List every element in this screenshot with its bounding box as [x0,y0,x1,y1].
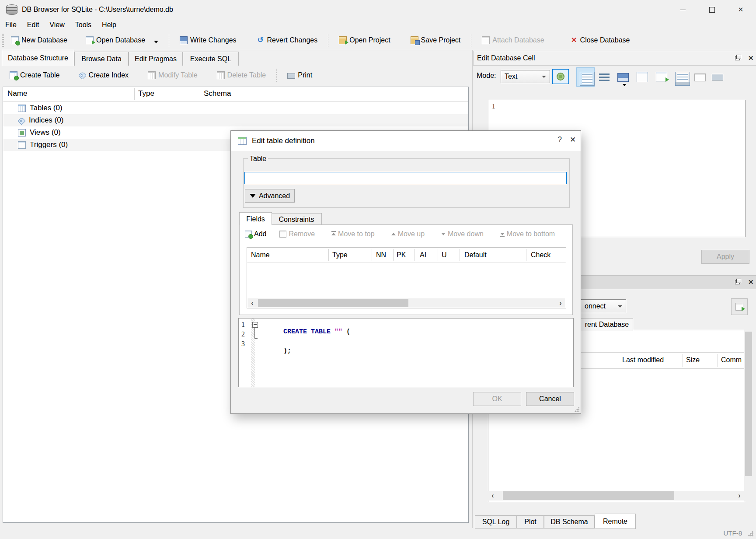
attach-database-button[interactable]: Attach Database [477,34,548,47]
menu-tools[interactable]: Tools [70,20,97,30]
dialog-help-button[interactable]: ? [554,135,566,147]
remote-column-commit[interactable]: Comm [721,356,742,364]
tab-browse-data[interactable]: Browse Data [74,52,129,66]
col-name[interactable]: Name [251,248,270,262]
float-panel-icon[interactable] [735,56,740,60]
column-divider[interactable] [328,249,329,261]
write-changes-button[interactable]: Write Changes [175,34,241,47]
column-divider[interactable] [618,354,618,367]
col-type[interactable]: Type [332,248,348,262]
import-dropdown-icon[interactable] [623,84,626,86]
create-index-button[interactable]: Create Index [74,69,133,82]
print-button[interactable]: Print [283,69,317,82]
column-divider[interactable] [393,249,394,261]
close-panel-icon[interactable]: ✕ [748,54,754,62]
column-divider[interactable] [526,249,526,261]
open-project-button[interactable]: Open Project [334,34,394,47]
window-resize-grip[interactable] [748,531,753,536]
close-database-button[interactable]: ✕ Close Database [566,34,634,47]
scrollbar-thumb[interactable] [258,299,408,307]
move-down-button[interactable]: Move down [438,228,487,240]
tree-column-name[interactable]: Name [7,89,27,98]
column-divider[interactable] [134,88,135,100]
column-divider[interactable] [438,249,438,261]
close-button[interactable]: ✕ [728,0,753,19]
tab-sql-log[interactable]: SQL Log [475,515,517,528]
open-database-button[interactable]: Open Database [81,34,163,47]
remote-connect-select[interactable]: onnect [581,299,626,313]
minimize-button[interactable] [671,0,695,19]
tab-plot[interactable]: Plot [517,515,544,528]
cell-settings-button[interactable] [552,69,569,84]
dialog-tab-fields[interactable]: Fields [239,212,272,225]
float-panel-icon[interactable] [735,280,740,284]
table-name-input[interactable] [244,172,567,184]
word-wrap-icon[interactable] [599,72,610,82]
tab-remote[interactable]: Remote [595,514,636,529]
add-field-button[interactable]: Add [241,228,270,240]
open-in-app-icon[interactable] [656,72,667,81]
col-ai[interactable]: AI [420,248,426,262]
tab-execute-sql[interactable]: Execute SQL [183,52,239,66]
scrollbar-thumb[interactable] [745,332,752,476]
dialog-resize-grip[interactable] [575,407,579,412]
scroll-left-icon[interactable]: ‹ [488,492,498,500]
scroll-right-icon[interactable]: › [735,492,744,500]
code-fold-icon[interactable] [252,322,258,328]
remote-column-size[interactable]: Size [686,356,700,364]
column-divider[interactable] [718,354,718,367]
cancel-button[interactable]: Cancel [526,392,574,406]
col-check[interactable]: Check [531,248,550,262]
tree-column-type[interactable]: Type [138,89,154,98]
push-database-button[interactable] [731,298,748,315]
modify-table-button[interactable]: Modify Table [143,69,202,82]
column-divider[interactable] [372,249,372,261]
text-document-icon[interactable] [580,72,595,86]
maximize-button[interactable] [700,0,724,19]
move-to-bottom-button[interactable]: Move to bottom [497,228,558,240]
menu-edit[interactable]: Edit [22,20,45,30]
column-divider[interactable] [415,249,415,261]
remote-vertical-scrollbar[interactable] [744,330,753,501]
print-cell-icon[interactable] [712,74,723,80]
remove-field-button[interactable]: Remove [276,228,318,240]
save-project-button[interactable]: Save Project [406,34,465,47]
new-database-button[interactable]: New Database [7,34,72,47]
ok-button[interactable]: OK [473,392,521,406]
column-divider[interactable] [460,249,460,261]
link-cell-icon[interactable] [675,72,690,86]
import-data-icon[interactable] [617,73,629,82]
tree-row-tables[interactable]: Tables (0) [3,102,468,114]
remote-horizontal-scrollbar[interactable]: ‹ › [488,491,744,500]
scroll-right-icon[interactable]: › [556,299,565,307]
col-default[interactable]: Default [464,248,487,262]
column-divider[interactable] [683,354,683,367]
toolbar-drag-handle[interactable] [2,34,4,47]
export-data-icon[interactable] [637,72,648,82]
delete-table-button[interactable]: Delete Table [213,69,271,82]
null-cell-icon[interactable] [694,74,706,81]
move-to-top-button[interactable]: Move to top [328,228,378,240]
tab-edit-pragmas[interactable]: Edit Pragmas [129,52,183,66]
menu-file[interactable]: File [0,20,22,30]
tab-database-structure[interactable]: Database Structure [2,50,74,66]
tab-db-schema[interactable]: DB Schema [544,515,595,528]
menu-view[interactable]: View [44,20,70,30]
revert-changes-button[interactable]: ↺ Revert Changes [252,34,322,47]
col-pk[interactable]: PK [397,248,406,262]
mode-select[interactable]: Text [501,70,550,83]
apply-button[interactable]: Apply [701,250,749,264]
menu-help[interactable]: Help [97,20,122,30]
close-panel-icon[interactable]: ✕ [748,278,754,286]
column-divider[interactable] [200,88,200,100]
col-u[interactable]: U [442,248,447,262]
tree-row-indices[interactable]: Indices (0) [3,114,468,126]
open-database-dropdown-icon[interactable] [154,41,158,43]
fields-horizontal-scrollbar[interactable]: ‹ › [247,298,565,308]
advanced-button[interactable]: Advanced [245,189,295,203]
tree-column-schema[interactable]: Schema [204,89,231,98]
remote-current-database-tab[interactable]: rent Database [581,318,633,331]
scrollbar-thumb[interactable] [503,491,674,500]
scroll-left-icon[interactable]: ‹ [247,299,257,307]
create-table-button[interactable]: Create Table [5,69,64,82]
